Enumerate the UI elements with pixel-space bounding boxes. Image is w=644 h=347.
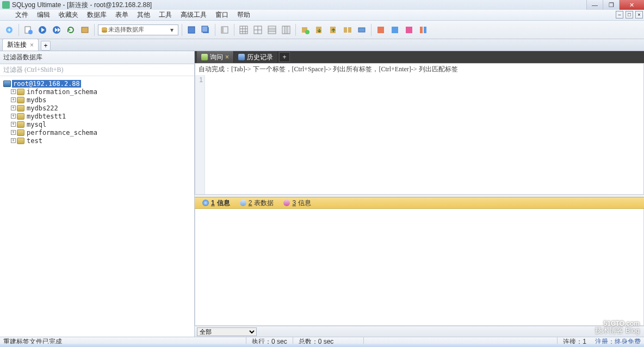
expand-icon[interactable]: + bbox=[11, 106, 16, 110]
mdi-min-button[interactable]: – bbox=[616, 11, 623, 18]
result-tab-bar: 1 信息 2 表数据 3 信息 bbox=[195, 197, 644, 209]
expand-icon[interactable]: + bbox=[11, 97, 16, 102]
window-controls: — ❐ ✕ bbox=[586, 0, 644, 10]
tree-db[interactable]: +test bbox=[2, 137, 192, 145]
grid2-icon[interactable] bbox=[252, 24, 264, 36]
menu-table[interactable]: 表单 bbox=[111, 9, 133, 21]
database-icon bbox=[17, 113, 24, 120]
svg-rect-22 bbox=[344, 27, 347, 33]
grid1-icon[interactable] bbox=[238, 24, 250, 36]
sql-editor: 自动完成：[Tab]-> 下一个标签，[Ctrl+Space]-> 列出所有标签… bbox=[195, 63, 644, 195]
expand-icon[interactable]: + bbox=[11, 130, 16, 135]
mdi-restore-button[interactable]: □ bbox=[626, 11, 633, 18]
toggle-panel-icon[interactable] bbox=[219, 24, 231, 36]
save-icon[interactable] bbox=[185, 24, 197, 36]
tab-history[interactable]: 历史记录 bbox=[234, 51, 278, 64]
expand-icon[interactable]: + bbox=[11, 138, 16, 143]
editor-panel: 询问 × 历史记录 + 自动完成：[Tab]-> 下一个标签，[Ctrl+Spa… bbox=[195, 51, 644, 337]
compare-icon[interactable] bbox=[342, 24, 354, 36]
line-gutter: 1 bbox=[195, 75, 205, 194]
filter-hint[interactable]: 过滤器 (Ctrl+Shift+B) bbox=[0, 64, 194, 76]
tool4-icon[interactable] bbox=[417, 24, 429, 36]
database-icon bbox=[17, 129, 24, 136]
tree-db[interactable]: +information_schema bbox=[2, 88, 192, 96]
expand-icon[interactable]: + bbox=[11, 122, 16, 127]
restore-button[interactable]: ❐ bbox=[603, 0, 619, 10]
close-tab-icon[interactable]: × bbox=[225, 53, 229, 61]
code-area[interactable] bbox=[205, 75, 643, 194]
server-icon[interactable] bbox=[356, 24, 368, 36]
tree-root[interactable]: root@192.168.2.88 bbox=[2, 79, 192, 88]
add-connection-tab[interactable]: + bbox=[41, 41, 51, 51]
table-icon bbox=[240, 200, 246, 206]
close-button[interactable]: ✕ bbox=[619, 0, 644, 10]
result-area bbox=[195, 209, 644, 326]
tab-query[interactable]: 询问 × bbox=[197, 51, 234, 64]
add-query-tab[interactable]: + bbox=[279, 52, 290, 62]
tab-messages-label: 信息 bbox=[298, 199, 311, 208]
execute-all-icon[interactable] bbox=[51, 24, 63, 36]
menu-bar: 文件 编辑 收藏夹 数据库 表单 其他 工具 高级工具 窗口 帮助 – □ × bbox=[0, 10, 644, 21]
tree-db-label: mysql bbox=[26, 121, 47, 128]
saveall-icon[interactable] bbox=[200, 24, 212, 36]
grid4-icon[interactable] bbox=[280, 24, 292, 36]
database-icon bbox=[17, 97, 24, 103]
mdi-close-button[interactable]: × bbox=[635, 11, 643, 18]
server-icon bbox=[3, 80, 11, 87]
export-icon[interactable] bbox=[327, 24, 339, 36]
tab-num: 1 bbox=[211, 199, 215, 207]
new-query-icon[interactable] bbox=[22, 24, 34, 36]
tab-tabledata[interactable]: 2 表数据 bbox=[236, 197, 278, 209]
menu-window[interactable]: 窗口 bbox=[211, 9, 233, 21]
database-selector[interactable]: ▾ bbox=[98, 24, 178, 35]
main-split: 过滤器数据库 过滤器 (Ctrl+Shift+B) root@192.168.2… bbox=[0, 51, 644, 337]
database-icon bbox=[17, 121, 24, 128]
minimize-button[interactable]: — bbox=[586, 0, 603, 10]
menu-db[interactable]: 数据库 bbox=[83, 9, 111, 21]
svg-rect-23 bbox=[348, 27, 351, 33]
mdi-controls: – □ × bbox=[616, 11, 643, 18]
grid3-icon[interactable] bbox=[266, 24, 278, 36]
expand-icon[interactable]: + bbox=[11, 89, 16, 94]
tab-query-label: 询问 bbox=[210, 53, 223, 62]
menu-edit[interactable]: 编辑 bbox=[33, 9, 54, 21]
database-icon bbox=[17, 89, 24, 95]
expand-icon[interactable]: + bbox=[11, 114, 16, 119]
tab-messages[interactable]: 3 信息 bbox=[279, 197, 315, 209]
format-icon[interactable] bbox=[79, 24, 91, 36]
filter-header: 过滤器数据库 bbox=[0, 51, 194, 64]
tree-db-label: information_schema bbox=[26, 88, 98, 96]
connection-tab[interactable]: 新连接 × bbox=[2, 39, 39, 51]
history-icon bbox=[238, 54, 245, 60]
execute-icon[interactable] bbox=[36, 24, 48, 36]
tree-db[interactable]: +mydbtestt1 bbox=[2, 112, 192, 120]
tab-info[interactable]: 1 信息 bbox=[198, 197, 234, 209]
tree-db-label: mydbtestt1 bbox=[26, 113, 67, 120]
tool1-icon[interactable] bbox=[375, 24, 387, 36]
menu-tools[interactable]: 工具 bbox=[154, 9, 176, 21]
dropdown-icon[interactable]: ▾ bbox=[168, 26, 176, 34]
tool2-icon[interactable] bbox=[389, 24, 401, 36]
menu-file[interactable]: 文件 bbox=[11, 9, 33, 21]
db-tree[interactable]: root@192.168.2.88 +information_schema +m… bbox=[0, 76, 194, 337]
database-input[interactable] bbox=[108, 27, 168, 33]
tree-db-label: mydbs222 bbox=[26, 104, 59, 112]
import-icon[interactable] bbox=[313, 24, 325, 36]
menu-other[interactable]: 其他 bbox=[133, 9, 154, 21]
tree-db[interactable]: +mysql bbox=[2, 120, 192, 128]
tree-db[interactable]: +mydbs222 bbox=[2, 104, 192, 112]
sync-icon[interactable] bbox=[299, 24, 311, 36]
info-icon bbox=[202, 200, 209, 206]
result-filter-select[interactable]: 全部 bbox=[197, 327, 257, 336]
refresh-icon[interactable] bbox=[65, 24, 77, 36]
tool3-icon[interactable] bbox=[403, 24, 415, 36]
window-title: SQLyog Ultimate - [新连接 - root@192.168.2.… bbox=[12, 1, 152, 10]
menu-help[interactable]: 帮助 bbox=[233, 9, 255, 21]
menu-advtools[interactable]: 高级工具 bbox=[176, 9, 211, 21]
tree-db[interactable]: +mydbs bbox=[2, 96, 192, 104]
close-tab-icon[interactable]: × bbox=[30, 41, 34, 49]
new-connection-icon[interactable] bbox=[3, 24, 15, 36]
tree-db[interactable]: +performance_schema bbox=[2, 128, 192, 137]
svg-rect-11 bbox=[202, 26, 208, 32]
menu-fav[interactable]: 收藏夹 bbox=[54, 9, 83, 21]
